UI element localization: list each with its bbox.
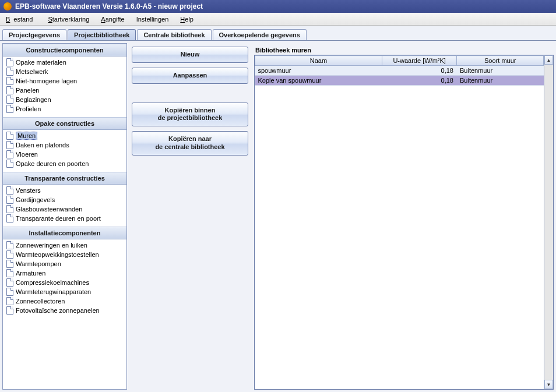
cell-uwaarde: 0,18 (382, 66, 457, 76)
sidebar-item[interactable]: Panelen (3, 86, 126, 95)
file-icon (6, 105, 13, 113)
library-title: Bibliotheek muren (254, 47, 554, 55)
sidebar-item-label: Gordijngevels (16, 196, 55, 203)
sidebar-item[interactable]: Fotovoltaïsche zonnepanelen (3, 306, 126, 315)
sidebar-item[interactable]: Opake materialen (3, 58, 126, 67)
sidebar-item[interactable]: Armaturen (3, 269, 126, 278)
file-icon (6, 186, 13, 195)
sidebar-item-label: Warmteterugwinapparaten (16, 288, 91, 295)
sidebar-item[interactable]: Compressiekoelmachines (3, 278, 126, 287)
file-icon (6, 58, 13, 66)
sidebar-group-header[interactable]: Installatiecomponenten (3, 227, 126, 239)
sidebar-item[interactable]: Beglazingen (3, 95, 126, 104)
library-area: Bibliotheek muren Naam U-waarde [W/m²K] … (254, 47, 554, 390)
col-uwaarde[interactable]: U-waarde [W/m²K] (382, 56, 457, 66)
tab-projectgegevens[interactable]: Projectgegevens (2, 29, 66, 40)
file-icon (6, 68, 13, 76)
aanpassen-button[interactable]: Aanpassen (132, 68, 248, 84)
button-line1: Kopiëren binnen (165, 107, 216, 114)
content-area: ConstructiecomponentenOpake materialenMe… (0, 41, 556, 392)
tabbar: Projectgegevens Projectbibliotheek Centr… (0, 26, 556, 41)
sidebar-item[interactable]: Warmteopwekkingstoestellen (3, 250, 126, 259)
sidebar-item-label: Metselwerk (16, 68, 48, 75)
menu-bestand[interactable]: Bestand (2, 15, 40, 24)
tab-projectbibliotheek[interactable]: Projectbibliotheek (68, 29, 136, 40)
sidebar-item[interactable]: Daken en plafonds (3, 140, 126, 150)
file-icon (6, 86, 13, 94)
sidebar-item[interactable]: Warmteterugwinapparaten (3, 287, 126, 296)
sidebar-item-label: Daken en plafonds (16, 142, 69, 149)
scroll-down-icon[interactable]: ▼ (544, 380, 553, 389)
file-icon (6, 132, 13, 140)
sidebar-item[interactable]: Muren (3, 131, 126, 140)
nieuw-button[interactable]: Nieuw (132, 47, 248, 63)
file-icon (6, 250, 13, 259)
file-icon (6, 214, 13, 223)
button-line2: de centrale bibliotheek (155, 143, 224, 150)
menubar: Bestand Startverklaring Aangifte Instell… (0, 13, 556, 26)
menu-aangifte[interactable]: Aangifte (97, 15, 128, 24)
sidebar-item-label: Armaturen (16, 270, 45, 277)
file-icon (6, 269, 13, 277)
sidebar-item[interactable]: Glasbouwsteenwanden (3, 204, 126, 214)
button-line1: Kopiëren naar (168, 135, 212, 142)
window-title: EPB-software Vlaanderen Versie 1.6.0-A5 … (15, 2, 203, 10)
file-icon (6, 150, 13, 158)
col-naam[interactable]: Naam (255, 56, 382, 66)
scroll-up-icon[interactable]: ▲ (544, 55, 553, 65)
file-icon (6, 160, 13, 168)
sidebar-item[interactable]: Vensters (3, 186, 126, 195)
cell-uwaarde: 0,18 (382, 76, 457, 86)
sidebar-item-label: Beglazingen (16, 96, 51, 103)
sidebar-item[interactable]: Gordijngevels (3, 195, 126, 204)
file-icon (6, 205, 13, 213)
file-icon (6, 241, 13, 249)
sidebar-item[interactable]: Niet-homogene lagen (3, 76, 126, 86)
library-table-wrap: Naam U-waarde [W/m²K] Soort muur spouwmu… (254, 55, 554, 390)
file-icon (6, 306, 13, 315)
sidebar-item[interactable]: Transparante deuren en poort (3, 214, 126, 223)
library-table: Naam U-waarde [W/m²K] Soort muur spouwmu… (255, 55, 544, 86)
sidebar-item-label: Fotovoltaïsche zonnepanelen (16, 307, 100, 314)
library-table-body: Naam U-waarde [W/m²K] Soort muur spouwmu… (255, 55, 544, 389)
sidebar-item[interactable]: Profielen (3, 104, 126, 114)
sidebar-item-label: Opake deuren en poorten (16, 160, 89, 167)
sidebar-group-header[interactable]: Opake constructies (3, 117, 126, 130)
sidebar-item[interactable]: Warmtepompen (3, 259, 126, 269)
table-row[interactable]: Kopie van spouwmuur0,18Buitenmuur (255, 76, 544, 86)
cell-naam: spouwmuur (255, 66, 382, 76)
file-icon (6, 196, 13, 204)
sidebar-item-label: Warmteopwekkingstoestellen (16, 251, 99, 258)
sidebar-item-label: Profielen (16, 105, 41, 112)
sidebar-item-label: Vensters (16, 187, 41, 194)
kopieren-binnen-button[interactable]: Kopiëren binnen de projectbibliotheek (132, 103, 248, 127)
menu-startverklaring[interactable]: Startverklaring (44, 15, 93, 24)
sidebar-item-label: Transparante deuren en poort (16, 215, 101, 222)
file-icon (6, 77, 13, 85)
menu-instellingen[interactable]: Instellingen (133, 15, 173, 24)
table-row[interactable]: spouwmuur0,18Buitenmuur (255, 66, 544, 76)
sidebar-group-header[interactable]: Transparante constructies (3, 172, 126, 185)
sidebar-item-label: Niet-homogene lagen (16, 77, 77, 84)
table-scrollbar[interactable]: ▲ ▼ (544, 55, 553, 389)
sidebar-item-label: Warmtepompen (16, 260, 61, 267)
sidebar-item[interactable]: Metselwerk (3, 67, 126, 76)
file-icon (6, 288, 13, 296)
menu-help[interactable]: Help (177, 15, 197, 24)
kopieren-naar-button[interactable]: Kopiëren naar de centrale bibliotheek (132, 131, 248, 156)
sidebar-item-label: Glasbouwsteenwanden (16, 206, 82, 213)
col-soort[interactable]: Soort muur (457, 56, 544, 66)
sidebar-item[interactable]: Zonneweringen en luiken (3, 241, 126, 250)
sidebar-item[interactable]: Vloeren (3, 150, 126, 159)
sidebar-item-label: Vloeren (16, 151, 38, 158)
sidebar-item-label: Opake materialen (16, 59, 66, 66)
sidebar-item[interactable]: Zonnecollectoren (3, 296, 126, 306)
action-buttons: Nieuw Aanpassen Kopiëren binnen de proje… (132, 47, 248, 390)
sidebar-item[interactable]: Opake deuren en poorten (3, 159, 126, 168)
titlebar: EPB-software Vlaanderen Versie 1.6.0-A5 … (0, 0, 556, 13)
tab-centrale-bibliotheek[interactable]: Centrale bibliotheek (137, 29, 211, 40)
tab-overkoepelende-gegevens[interactable]: Overkoepelende gegevens (213, 29, 307, 40)
cell-naam: Kopie van spouwmuur (255, 76, 382, 86)
main-pane: Nieuw Aanpassen Kopiëren binnen de proje… (129, 41, 556, 392)
sidebar-group-header[interactable]: Constructiecomponenten (3, 44, 126, 56)
